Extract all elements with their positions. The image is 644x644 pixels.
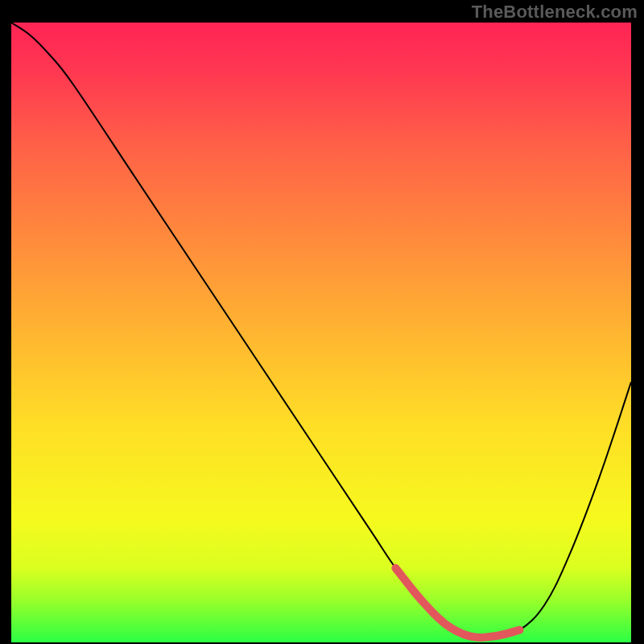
watermark-label: TheBottleneck.com xyxy=(472,2,638,23)
bottleneck-chart xyxy=(11,23,631,642)
gradient-background xyxy=(11,23,631,642)
chart-container: TheBottleneck.com xyxy=(0,0,644,644)
